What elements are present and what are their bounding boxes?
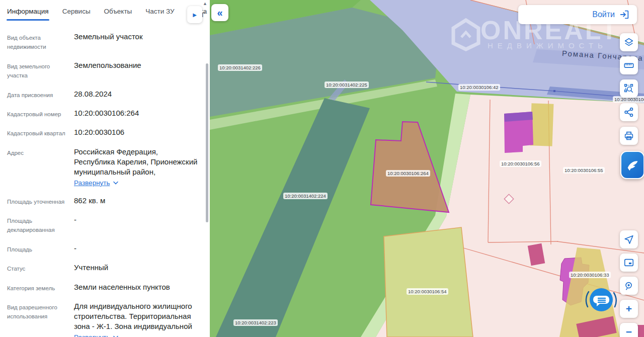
field-row: Категория земельЗемли населенных пунктов <box>7 282 201 293</box>
fields-list: Вид объекта недвижимостиЗемельный участо… <box>0 21 210 337</box>
field-label: Адрес <box>7 147 70 187</box>
plus-icon: + <box>626 303 632 315</box>
field-label: Площадь декларированная <box>7 215 70 235</box>
field-row: Кадастровый квартал10:20:0030106 <box>7 127 201 138</box>
field-row: СтатусУчтенный <box>7 263 201 273</box>
field-label: Вид разрешенного использования <box>7 301 70 337</box>
minimap-icon <box>623 257 634 268</box>
field-row: Площадь уточненная862 кв. м <box>7 196 201 206</box>
field-row: Площадь декларированная- <box>7 215 201 235</box>
search-location-button[interactable] <box>620 277 638 295</box>
field-row: Площадь- <box>7 243 201 254</box>
field-value: 10:20:0030106 <box>74 127 201 137</box>
field-row: Вид разрешенного использованияДля индиви… <box>7 301 201 337</box>
ruler-button[interactable] <box>620 56 638 74</box>
field-row: АдресРоссийская Федерация, Республика Ка… <box>7 147 201 187</box>
locate-button[interactable] <box>620 230 638 248</box>
chat-widget-button[interactable] <box>620 151 644 179</box>
chevron-right-icon: ▶ <box>193 12 197 18</box>
bird-icon <box>625 157 640 173</box>
chat-fab-button[interactable] <box>585 284 618 317</box>
field-label: Вид земельного участка <box>7 60 70 80</box>
tab[interactable]: Сервисы <box>62 0 91 21</box>
object-search-icon <box>623 83 634 94</box>
field-label: Площадь <box>7 243 70 254</box>
expand-link[interactable]: Развернуть <box>74 179 119 187</box>
zoom-out-button[interactable]: − <box>620 323 638 337</box>
field-value: Земельный участок <box>74 32 201 42</box>
collapse-icon: « <box>217 7 222 19</box>
zoom-in-button[interactable]: + <box>620 300 638 318</box>
field-value: Земли населенных пунктов <box>74 282 201 292</box>
share-button[interactable] <box>620 103 638 121</box>
field-value: 10:20:0030106:264 <box>74 108 201 118</box>
field-label: Статус <box>7 263 70 273</box>
print-icon <box>623 130 634 141</box>
field-row: Кадастровый номер10:20:0030106:264 <box>7 108 201 119</box>
minus-icon: − <box>626 326 632 337</box>
field-row: Вид объекта недвижимостиЗемельный участо… <box>7 32 201 52</box>
scroll-up-arrow-icon[interactable]: ▲ <box>203 1 207 6</box>
field-value: Российская Федерация, Республика Карелия… <box>74 147 201 177</box>
print-button[interactable] <box>620 127 638 145</box>
map-canvas[interactable]: ONREALT НЕДВИЖИМОСТЬ Романа Гончарова 10… <box>210 0 644 337</box>
expand-link[interactable]: Развернуть <box>74 333 119 337</box>
layers-icon <box>623 37 634 48</box>
field-value: Для индивидуального жилищного строительс… <box>74 301 201 331</box>
tab[interactable]: Информация <box>7 0 49 21</box>
field-value: - <box>74 243 201 254</box>
field-row: Вид земельного участкаЗемлепользование <box>7 60 201 80</box>
chevron-down-icon <box>113 181 119 185</box>
field-label: Дата присвоения <box>7 89 70 100</box>
layers-button[interactable] <box>620 33 638 51</box>
field-label: Кадастровый номер <box>7 108 70 119</box>
tabs-overflow-button[interactable]: ▶ <box>187 6 202 23</box>
tab[interactable]: Объекты <box>104 0 133 21</box>
field-value: 28.08.2024 <box>74 89 201 99</box>
tabs-bar: ИнформацияСервисыОбъектыЧасти ЗУСоста <box>0 0 210 21</box>
field-label: Площадь уточненная <box>7 196 70 206</box>
field-value: Учтенный <box>74 263 201 273</box>
share-icon <box>623 107 634 118</box>
chat-bubble-icon <box>585 284 618 317</box>
minimap-button[interactable] <box>620 254 638 272</box>
login-icon <box>619 9 630 20</box>
tab[interactable]: Части ЗУ <box>145 0 175 21</box>
search-location-icon <box>623 280 634 291</box>
login-label: Войти <box>592 10 615 19</box>
object-search-button[interactable] <box>620 79 638 98</box>
login-button[interactable]: Войти <box>518 5 637 24</box>
tab-peek-text: Г <box>202 11 205 19</box>
panel-scrollbar[interactable] <box>206 63 208 222</box>
field-label: Кадастровый квартал <box>7 127 70 138</box>
field-value: Землепользование <box>74 60 201 70</box>
field-row: Дата присвоения28.08.2024 <box>7 89 201 100</box>
field-value: - <box>74 215 201 225</box>
ruler-icon <box>623 60 634 71</box>
collapse-panel-button[interactable]: « <box>211 4 228 21</box>
field-label: Вид объекта недвижимости <box>7 32 70 52</box>
locate-icon <box>623 234 634 245</box>
info-panel: ИнформацияСервисыОбъектыЧасти ЗУСоста ▶ … <box>0 0 210 337</box>
field-label: Категория земель <box>7 282 70 293</box>
field-value: 862 кв. м <box>74 196 201 206</box>
